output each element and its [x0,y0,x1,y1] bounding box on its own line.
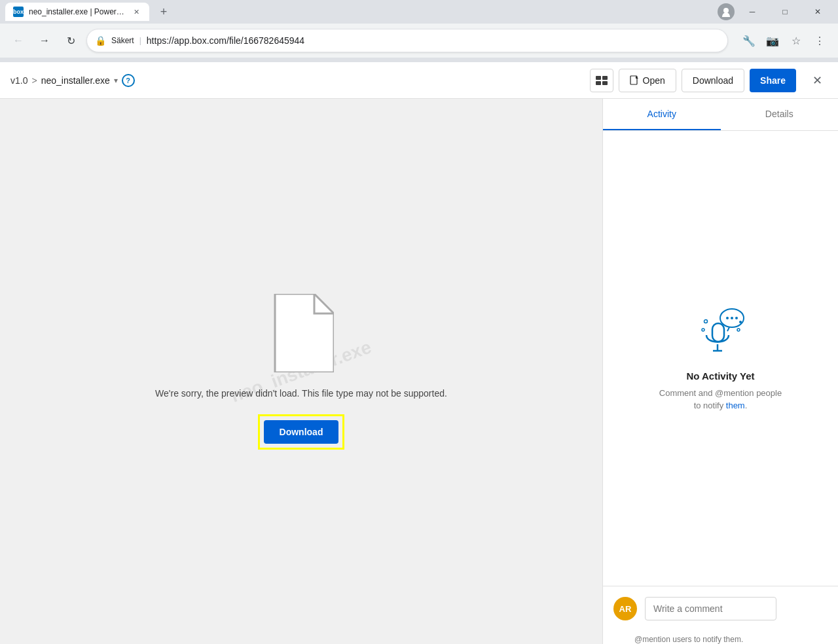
mention-hint: @mention users to notify them. [603,635,838,644]
file-icon [268,294,334,372]
svg-point-12 [735,317,738,319]
file-icon-container: We're sorry, the preview didn't load. Th… [155,294,447,450]
open-label: Open [643,75,665,86]
back-button[interactable]: ← [8,30,29,51]
tab-favicon: box [13,7,24,17]
svg-point-11 [731,317,733,319]
download-highlight-box: Download [258,414,345,450]
tab-close-button[interactable]: ✕ [131,7,141,17]
tab-activity-label: Activity [647,109,676,119]
secure-label: Säkert [111,36,134,45]
svg-point-14 [702,329,704,331]
layout-toggle-button[interactable] [590,69,613,92]
right-panel: Activity Details [602,99,838,644]
svg-point-0 [723,8,729,13]
maximize-button[interactable]: □ [770,2,800,22]
open-button[interactable]: Open [619,69,676,92]
extensions-button[interactable]: 🔧 [738,30,759,51]
user-avatar: AR [613,597,637,620]
lock-icon: 🔒 [95,35,106,46]
svg-rect-3 [596,81,601,85]
main-download-label: Download [280,427,323,437]
profile-icon[interactable] [718,3,735,20]
svg-point-13 [704,319,707,323]
tab-activity[interactable]: Activity [603,99,721,130]
svg-point-10 [726,317,729,319]
header-download-label: Download [693,75,733,86]
header-actions: Open Download Share ✕ [590,69,828,92]
screenshot-button[interactable]: 📷 [762,30,783,51]
address-bar[interactable]: 🔒 Säkert | https://app.box.com/file/1667… [86,29,728,52]
them-link: them [726,401,745,410]
breadcrumb-separator: > [31,75,37,86]
main-download-button[interactable]: Download [264,420,339,444]
comment-area: AR [603,586,838,631]
no-activity-title: No Activity Yet [686,370,754,382]
close-panel-button[interactable]: ✕ [807,70,828,91]
no-activity-line1: Comment and @mention people [659,388,782,398]
file-name-label: neo_installer.exe [41,75,110,86]
panel-body: No Activity Yet Comment and @mention peo… [603,131,838,586]
tab-details[interactable]: Details [721,99,839,130]
share-button[interactable]: Share [750,69,796,92]
no-activity-description: Comment and @mention people to notify th… [659,387,782,412]
menu-button[interactable]: ⋮ [809,30,830,51]
no-activity-line2-prefix: to notify [694,401,726,410]
minimize-button[interactable]: ─ [737,2,767,22]
close-button[interactable]: ✕ [803,2,833,22]
file-name-dropdown[interactable]: ▾ [114,76,118,85]
svg-rect-1 [596,76,601,80]
svg-point-15 [737,329,740,331]
panel-tabs: Activity Details [603,99,838,131]
breadcrumb: v1.0 > neo_installer.exe ▾ ? [10,74,590,87]
no-activity-period: . [745,401,748,410]
app-header: v1.0 > neo_installer.exe ▾ ? Open Downlo… [0,62,838,99]
reload-button[interactable]: ↻ [60,30,81,51]
bookmark-button[interactable]: ☆ [786,30,807,51]
tab-title: neo_installer.exe | Power… [29,7,126,16]
preview-error-message: We're sorry, the preview didn't load. Th… [155,388,447,399]
share-label: Share [760,75,786,86]
url-text: https://app.box.com/file/166782645944 [147,35,720,46]
header-download-button[interactable]: Download [682,69,744,92]
breadcrumb-version: v1.0 [10,75,27,86]
preview-area: neo_installer.exe We're sorry, the previ… [0,99,602,644]
main-content: neo_installer.exe We're sorry, the previ… [0,99,838,644]
tab-details-label: Details [765,109,793,119]
svg-rect-2 [602,76,608,80]
svg-rect-6 [712,323,724,342]
forward-button[interactable]: → [34,30,55,51]
activity-icon [691,305,750,360]
svg-point-16 [739,321,742,323]
browser-tab[interactable]: box neo_installer.exe | Power… ✕ [5,3,149,21]
svg-rect-4 [602,81,608,85]
new-tab-button[interactable]: + [155,3,173,21]
comment-input[interactable] [645,597,776,620]
url-separator: | [139,36,141,45]
info-icon[interactable]: ? [122,74,135,87]
